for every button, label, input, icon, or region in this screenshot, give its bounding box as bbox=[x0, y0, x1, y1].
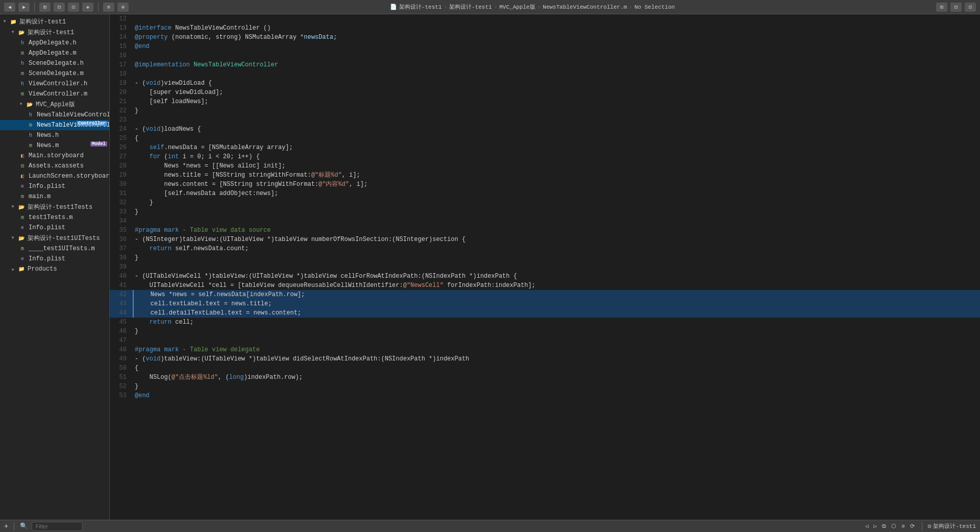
sidebar-item-scenedelegate-m[interactable]: m SceneDelegate.m bbox=[0, 68, 109, 79]
sidebar-item-uitests-info-plist-label: Info.plist bbox=[29, 255, 65, 262]
breadcrumb-sep-2: › bbox=[494, 4, 498, 10]
toolbar-sep-2 bbox=[98, 3, 99, 12]
code-line-15: 15 @end bbox=[110, 42, 980, 51]
code-line-35: 35 #pragma mark - Table view data source bbox=[110, 226, 980, 235]
code-line-23: 23 bbox=[110, 115, 980, 125]
sidebar-item-appdelegate-m[interactable]: m AppDelegate.m bbox=[0, 48, 109, 58]
breadcrumb-folder[interactable]: MVC_Apple版 bbox=[499, 3, 535, 11]
toolbar-right-btn-1[interactable]: ⊞ bbox=[936, 3, 947, 12]
code-line-28: 28 News *news = [[News alloc] init]; bbox=[110, 161, 980, 171]
bottom-btn-hex[interactable]: ⬡ bbox=[891, 523, 896, 529]
toolbar-right-btn-3[interactable]: ⊡ bbox=[965, 3, 976, 12]
code-line-27: 27 for (int i = 0; i < 20; i++) { bbox=[110, 152, 980, 161]
sidebar-storyboard-badge-row: ◧ Main.storyboard bbox=[0, 151, 109, 161]
sidebar-item-uitests-info-plist[interactable]: ≡ Info.plist bbox=[0, 254, 109, 264]
code-line-29: 29 news.title = [NSString stringWithForm… bbox=[110, 171, 980, 180]
code-line-42: 42 News *news = self.newsData[indexPath.… bbox=[110, 290, 980, 299]
code-line-24: 24 - (void)loadNews { bbox=[110, 125, 980, 134]
file-navigator: ▶ 📁 架构设计-test1 ▶ 📂 架构设计-test1 h AppDeleg… bbox=[0, 14, 110, 520]
toolbar-right-btn-2[interactable]: ⊟ bbox=[950, 3, 962, 12]
toolbar-btn-3[interactable]: ⊡ bbox=[68, 3, 79, 12]
sidebar-item-appdelegate-m-label: AppDelegate.m bbox=[29, 50, 77, 57]
sidebar-item-tests-info-plist[interactable]: ≡ Info.plist bbox=[0, 223, 109, 233]
sidebar-item-tests-info-plist-label: Info.plist bbox=[29, 224, 65, 231]
bottom-btn-forward[interactable]: ▷ bbox=[874, 523, 877, 529]
breadcrumb-group[interactable]: 架构设计-test1 bbox=[449, 3, 492, 11]
build-scheme[interactable]: ⊡ 架构设计-test1 bbox=[928, 522, 976, 530]
bottom-btn-refresh[interactable]: ⟳ bbox=[910, 523, 915, 529]
m-file-icon: m bbox=[27, 121, 35, 129]
sidebar-item-main-m[interactable]: m main.m bbox=[0, 191, 109, 202]
toolbar-btn-6[interactable]: ⊗ bbox=[117, 3, 129, 12]
code-line-21: 21 [self loadNews]; bbox=[110, 97, 980, 106]
sidebar-item-news-vc-h-label: NewsTableViewController.h bbox=[37, 111, 109, 118]
bottom-btn-grid[interactable]: ⧉ bbox=[882, 523, 886, 529]
sidebar-item-scenedelegate-h[interactable]: h SceneDelegate.h bbox=[0, 58, 109, 68]
code-line-18: 18 bbox=[110, 69, 980, 79]
sidebar-item-mvc-folder[interactable]: ▶ 📂 MVC_Apple版 bbox=[0, 99, 109, 110]
sidebar-item-viewcontroller-m[interactable]: m ViewController.m bbox=[0, 89, 109, 99]
sidebar-item-uitests-m[interactable]: m ____test1UITests.m bbox=[0, 244, 109, 254]
sidebar-item-news-h[interactable]: h News.h bbox=[0, 130, 109, 140]
triangle-icon: ▶ bbox=[10, 235, 16, 241]
code-line-53: 53 @end bbox=[110, 391, 980, 400]
code-line-26: 26 self.newsData = [NSMutableArray array… bbox=[110, 143, 980, 152]
m-file-icon: m bbox=[18, 90, 27, 98]
code-line-39: 39 bbox=[110, 262, 980, 272]
code-line-48: 48 #pragma mark - Table view delegate bbox=[110, 345, 980, 354]
code-line-45: 45 return cell; bbox=[110, 318, 980, 327]
sidebar-item-launch-storyboard[interactable]: ◧ LaunchScreen.storyboard bbox=[0, 171, 109, 181]
sidebar-item-viewcontroller-h[interactable]: h ViewController.h bbox=[0, 79, 109, 89]
bottom-sep-2 bbox=[922, 522, 922, 531]
sidebar-item-test1tests-m[interactable]: m test1Tests.m bbox=[0, 212, 109, 223]
code-line-41: 41 UITableViewCell *cell = [tableView de… bbox=[110, 281, 980, 290]
breadcrumb-project[interactable]: 架构设计-test1 bbox=[399, 3, 442, 11]
sidebar-item-assets-label: Assets.xcassets bbox=[29, 162, 84, 170]
sidebar-item-group[interactable]: ▶ 📂 架构设计-test1 bbox=[0, 27, 109, 38]
uitests-folder-icon: 📂 bbox=[17, 234, 26, 243]
code-editor[interactable]: 12 13 @interface NewsTableViewController… bbox=[110, 14, 980, 520]
bottom-bar: + 🔍 ◁ ▷ ⧉ ⬡ ≡ ⟳ ⊡ 架构设计-test1 bbox=[0, 520, 980, 532]
controller-badge: Controller bbox=[77, 121, 107, 126]
code-line-14: 14 @property (nonatomic, strong) NSMutab… bbox=[110, 33, 980, 42]
sidebar-item-scenedelegate-h-label: SceneDelegate.h bbox=[29, 60, 84, 67]
breadcrumb-sep-1: › bbox=[444, 4, 447, 10]
add-button[interactable]: + bbox=[4, 522, 8, 530]
sidebar-item-appdelegate-h[interactable]: h AppDelegate.h bbox=[0, 38, 109, 48]
sidebar-item-info-plist[interactable]: ≡ Info.plist bbox=[0, 181, 109, 191]
toolbar-btn-2[interactable]: ⊟ bbox=[54, 3, 65, 12]
m-file-icon: m bbox=[18, 192, 27, 201]
sidebar-item-news-h-label: News.h bbox=[37, 132, 59, 139]
code-line-30: 30 news.content = [NSString stringWithFo… bbox=[110, 180, 980, 189]
h-file-icon: h bbox=[18, 59, 27, 67]
bottom-nav-buttons: ◁ ▷ ⧉ ⬡ ≡ ⟳ bbox=[864, 523, 916, 529]
sidebar-item-uitests-group-label: 架构设计-test1UITests bbox=[28, 234, 100, 243]
toolbar-btn-1[interactable]: ⊞ bbox=[39, 3, 51, 12]
filter-input[interactable] bbox=[32, 522, 83, 531]
sidebar-item-root[interactable]: ▶ 📁 架构设计-test1 bbox=[0, 16, 109, 27]
sidebar-item-appdelegate-h-label: AppDelegate.h bbox=[29, 39, 77, 46]
bottom-btn-back[interactable]: ◁ bbox=[865, 523, 869, 529]
sidebar-item-news-vc-h[interactable]: h NewsTableViewController.h bbox=[0, 110, 109, 120]
sidebar-item-uitests-m-label: ____test1UITests.m bbox=[29, 245, 95, 252]
toolbar-nav-back[interactable]: ◀ bbox=[4, 3, 15, 12]
toolbar-nav-forward[interactable]: ▶ bbox=[18, 3, 30, 12]
sidebar-item-assets[interactable]: ⊡ Assets.xcassets bbox=[0, 161, 109, 171]
sidebar-item-tests-group[interactable]: ▶ 📂 架构设计-test1Tests bbox=[0, 202, 109, 212]
sidebar-item-main-storyboard[interactable]: ◧ Main.storyboard bbox=[0, 151, 109, 161]
breadcrumb-sep-4: › bbox=[629, 4, 632, 10]
sidebar-item-uitests-group[interactable]: ▶ 📂 架构设计-test1UITests bbox=[0, 233, 109, 244]
sidebar-item-tests-group-label: 架构设计-test1Tests bbox=[28, 203, 92, 211]
toolbar: ◀ ▶ ⊞ ⊟ ⊡ ◈ ⊕ ⊗ 📄 架构设计-test1 › 架构设计-test… bbox=[0, 0, 980, 14]
toolbar-btn-4[interactable]: ◈ bbox=[82, 3, 93, 12]
breadcrumb-file[interactable]: NewsTableViewController.m bbox=[543, 4, 627, 10]
toolbar-btn-5[interactable]: ⊕ bbox=[103, 3, 114, 12]
m-file-icon: m bbox=[18, 213, 27, 222]
sidebar-item-products[interactable]: ▶ 📁 Products bbox=[0, 264, 109, 274]
h-file-icon: h bbox=[18, 80, 27, 88]
m-file-icon: m bbox=[18, 49, 27, 57]
bottom-btn-list[interactable]: ≡ bbox=[901, 523, 905, 529]
code-line-20: 20 [super viewDidLoad]; bbox=[110, 88, 980, 97]
code-line-16: 16 bbox=[110, 51, 980, 60]
code-line-13: 13 @interface NewsTableViewController () bbox=[110, 23, 980, 33]
